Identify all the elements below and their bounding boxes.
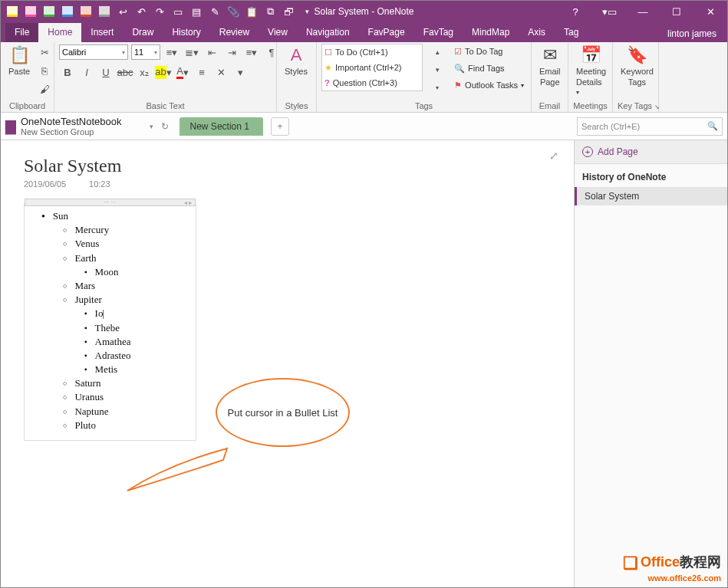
attach-icon[interactable]: 📎	[225, 3, 242, 20]
bullets-icon[interactable]: ≡▾	[163, 44, 180, 61]
list-item-cursor[interactable]: Io	[84, 307, 189, 320]
list-item[interactable]: Venus	[63, 237, 189, 251]
tab-home[interactable]: Home	[38, 23, 81, 42]
ribbon-options-icon[interactable]: ▾▭	[592, 1, 626, 22]
tab-navigation[interactable]: Navigation	[297, 23, 359, 42]
hilite-red-icon[interactable]	[77, 3, 94, 20]
tag-expand-icon[interactable]: ▾	[429, 79, 446, 96]
bold-button[interactable]: B	[59, 64, 76, 80]
tag-important[interactable]: ★Important (Ctrl+2)	[322, 60, 422, 75]
align-icon[interactable]: ≡▾	[243, 44, 260, 61]
tab-favtag[interactable]: FavTag	[414, 23, 463, 42]
tab-review[interactable]: Review	[210, 23, 259, 42]
notebook-icon[interactable]: ▇	[5, 118, 16, 135]
notebook-dropdown-icon[interactable]: ▾	[150, 123, 153, 130]
tag-todo[interactable]: ☐To Do (Ctrl+1)	[322, 44, 422, 60]
hilite-blue-icon[interactable]	[59, 3, 76, 20]
add-section-button[interactable]: +	[271, 117, 289, 136]
outdent-icon[interactable]: ⇤	[203, 44, 220, 61]
close-button[interactable]: ✕	[693, 1, 727, 22]
tab-history[interactable]: History	[163, 23, 209, 42]
paint-icon[interactable]: ✎	[206, 3, 223, 20]
list-item[interactable]: Thebe	[84, 321, 189, 335]
page-canvas[interactable]: ⤢ Solar System 2019/06/05 10:23 ⋯⋯ Sun M…	[1, 140, 574, 587]
tag-question[interactable]: ?Question (Ctrl+3)	[322, 75, 422, 90]
page-list-header[interactable]: History of OneNote	[575, 164, 727, 187]
tag-scroll-down-icon[interactable]: ▼	[429, 61, 446, 78]
keyword-tags-button[interactable]: 🔖KeywordTags	[618, 44, 657, 88]
find-tags-button[interactable]: 🔍Find Tags	[452, 61, 526, 76]
format-more-icon[interactable]: ▾	[232, 64, 249, 80]
maximize-button[interactable]: ☐	[660, 1, 693, 22]
minimize-button[interactable]: —	[626, 1, 660, 22]
subscript-button[interactable]: x₂	[136, 64, 153, 80]
underline-button[interactable]: U	[97, 64, 114, 80]
numbering-icon[interactable]: ≣▾	[183, 44, 200, 61]
list-item[interactable]: Uranus	[63, 390, 189, 404]
hilite-pink-icon[interactable]	[22, 3, 39, 20]
list-item[interactable]: Sun Mercury Venus Earth Moon Mars Jupite…	[41, 209, 189, 432]
tab-draw[interactable]: Draw	[123, 23, 163, 42]
clipboard-icon[interactable]: 📋	[243, 3, 260, 20]
font-name-select[interactable]: Calibri▾	[59, 44, 128, 60]
print-icon[interactable]: ▤	[188, 3, 205, 20]
hilite-yellow-icon[interactable]	[4, 3, 21, 20]
list-item[interactable]: Mars	[63, 279, 189, 293]
multi-window-icon[interactable]: 🗗	[280, 3, 297, 20]
indent-icon[interactable]: ⇥	[223, 44, 240, 61]
search-input[interactable]: Search (Ctrl+E) 🔍	[577, 117, 723, 136]
list-item[interactable]: Mercury	[63, 223, 189, 237]
font-size-select[interactable]: 11▾	[131, 44, 160, 60]
tab-mindmap[interactable]: MindMap	[463, 23, 519, 42]
font-color-button[interactable]: A▾	[174, 64, 191, 80]
notebook-pin-icon[interactable]: ↻	[161, 121, 169, 132]
tab-tag[interactable]: Tag	[555, 23, 588, 42]
back-icon[interactable]: ↩	[114, 3, 131, 20]
list-item[interactable]: Amathea	[84, 335, 189, 349]
note-container[interactable]: ⋯⋯ Sun Mercury Venus Earth Moon Mars Jup…	[24, 204, 196, 441]
styles-button[interactable]: AStyles	[282, 44, 311, 77]
tag-scroll-up-icon[interactable]: ▲	[429, 44, 446, 61]
qat-more-icon[interactable]: ▾	[298, 3, 315, 20]
list-item[interactable]: Metis	[84, 363, 189, 376]
tab-file[interactable]: File	[5, 23, 38, 42]
hilite-gray-icon[interactable]	[96, 3, 113, 20]
expand-icon[interactable]: ⤢	[549, 149, 558, 162]
strike-button[interactable]: abc	[117, 64, 133, 80]
dock-icon[interactable]: ▭	[170, 3, 186, 20]
hilite-green-icon[interactable]	[41, 3, 58, 20]
list-item[interactable]: Jupiter Io Thebe Amathea Adrasteo Metis	[63, 293, 189, 376]
tab-insert[interactable]: Insert	[81, 23, 123, 42]
todo-tag-button[interactable]: ☑To Do Tag	[452, 44, 526, 59]
align-left-icon[interactable]: ≡	[193, 64, 210, 80]
list-item[interactable]: Naptune	[63, 405, 189, 419]
section-tab[interactable]: New Section 1	[180, 117, 263, 136]
highlight-button[interactable]: ab▾	[155, 64, 172, 80]
copy-icon[interactable]: ⎘	[36, 62, 53, 79]
list-item[interactable]: Moon	[84, 265, 189, 279]
email-page-button[interactable]: ✉EmailPage	[536, 44, 564, 88]
format-painter-icon[interactable]: 🖌	[36, 80, 53, 97]
undo-icon[interactable]: ↶	[133, 3, 150, 20]
list-item[interactable]: Adrasteo	[84, 349, 189, 363]
meeting-details-button[interactable]: 📅MeetingDetails ▾	[573, 44, 609, 97]
list-item[interactable]: Saturn	[63, 376, 189, 390]
tab-favpage[interactable]: FavPage	[359, 23, 414, 42]
clear-format-button[interactable]: ✕	[212, 64, 229, 80]
container-grip[interactable]: ⋯⋯	[25, 199, 196, 206]
tab-view[interactable]: View	[259, 23, 297, 42]
cut-icon[interactable]: ✂	[36, 44, 53, 61]
outlook-tasks-button[interactable]: ⚑Outlook Tasks▾	[452, 77, 526, 93]
notebook-info[interactable]: OneNoteTestNotebook New Section Group	[21, 116, 122, 136]
user-name[interactable]: linton james	[661, 25, 723, 42]
tab-axis[interactable]: Axis	[519, 23, 555, 42]
paste-button[interactable]: 📋Paste	[5, 44, 33, 77]
italic-button[interactable]: I	[78, 64, 95, 80]
screenshot-icon[interactable]: ⧉	[262, 3, 278, 20]
page-title[interactable]: Solar System	[24, 156, 551, 176]
redo-icon[interactable]: ↷	[151, 3, 168, 20]
help-icon[interactable]: ?	[558, 1, 592, 22]
add-page-button[interactable]: + Add Page	[575, 140, 727, 164]
page-item-selected[interactable]: Solar System	[575, 187, 727, 205]
list-item[interactable]: Earth Moon	[63, 251, 189, 279]
